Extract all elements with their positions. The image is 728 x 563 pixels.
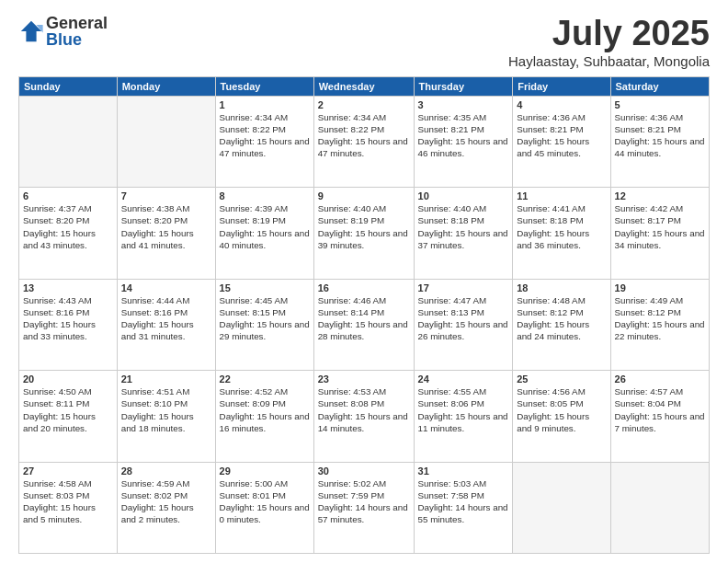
calendar-cell: 27Sunrise: 4:58 AMSunset: 8:03 PMDayligh… bbox=[19, 462, 118, 553]
calendar-cell: 25Sunrise: 4:56 AMSunset: 8:05 PMDayligh… bbox=[513, 371, 610, 462]
sunrise-label: Sunrise: 4:49 AM bbox=[615, 295, 684, 305]
day-info: Sunrise: 4:52 AMSunset: 8:09 PMDaylight:… bbox=[220, 385, 310, 434]
daylight-label: Daylight: 15 hours and 24 minutes. bbox=[517, 319, 589, 341]
sunrise-label: Sunrise: 4:55 AM bbox=[418, 386, 487, 396]
day-info: Sunrise: 4:39 AMSunset: 8:19 PMDaylight:… bbox=[220, 202, 310, 251]
day-number: 17 bbox=[418, 282, 509, 293]
sunrise-label: Sunrise: 4:51 AM bbox=[121, 386, 190, 396]
calendar-cell: 12Sunrise: 4:42 AMSunset: 8:17 PMDayligh… bbox=[610, 188, 709, 279]
day-info: Sunrise: 4:53 AMSunset: 8:08 PMDaylight:… bbox=[318, 385, 410, 434]
day-info: Sunrise: 4:48 AMSunset: 8:12 PMDaylight:… bbox=[517, 294, 606, 343]
logo-text: General Blue bbox=[46, 15, 108, 48]
sunset-label: Sunset: 8:18 PM bbox=[418, 215, 484, 225]
sunrise-label: Sunrise: 4:34 AM bbox=[220, 112, 289, 122]
day-info: Sunrise: 4:46 AMSunset: 8:14 PMDaylight:… bbox=[318, 294, 410, 343]
sunrise-label: Sunrise: 4:36 AM bbox=[517, 112, 586, 122]
day-info: Sunrise: 4:36 AMSunset: 8:21 PMDaylight:… bbox=[615, 111, 705, 160]
calendar-week-3: 13Sunrise: 4:43 AMSunset: 8:16 PMDayligh… bbox=[19, 279, 710, 370]
sunset-label: Sunset: 8:19 PM bbox=[220, 215, 286, 225]
day-info: Sunrise: 4:57 AMSunset: 8:04 PMDaylight:… bbox=[615, 385, 705, 434]
daylight-label: Daylight: 15 hours and 39 minutes. bbox=[318, 228, 408, 250]
sunrise-label: Sunrise: 5:02 AM bbox=[318, 478, 387, 488]
sunset-label: Sunset: 8:09 PM bbox=[220, 398, 286, 408]
daylight-label: Daylight: 15 hours and 33 minutes. bbox=[23, 319, 96, 341]
sunset-label: Sunset: 8:22 PM bbox=[318, 124, 384, 134]
calendar-cell: 30Sunrise: 5:02 AMSunset: 7:59 PMDayligh… bbox=[313, 462, 414, 553]
calendar-cell: 7Sunrise: 4:38 AMSunset: 8:20 PMDaylight… bbox=[117, 188, 215, 279]
daylight-label: Daylight: 15 hours and 41 minutes. bbox=[121, 228, 194, 250]
daylight-label: Daylight: 15 hours and 29 minutes. bbox=[220, 319, 310, 341]
daylight-label: Daylight: 15 hours and 7 minutes. bbox=[615, 411, 705, 433]
day-number: 30 bbox=[318, 465, 410, 477]
sunrise-label: Sunrise: 4:39 AM bbox=[220, 203, 289, 213]
col-wednesday: Wednesday bbox=[313, 76, 414, 96]
calendar-cell: 22Sunrise: 4:52 AMSunset: 8:09 PMDayligh… bbox=[215, 371, 313, 462]
sunset-label: Sunset: 8:19 PM bbox=[318, 215, 384, 225]
day-number: 3 bbox=[418, 99, 509, 110]
day-number: 11 bbox=[517, 190, 606, 201]
sunset-label: Sunset: 8:17 PM bbox=[615, 215, 681, 225]
sunset-label: Sunset: 8:12 PM bbox=[517, 307, 583, 317]
daylight-label: Daylight: 15 hours and 43 minutes. bbox=[23, 228, 96, 250]
sunrise-label: Sunrise: 4:43 AM bbox=[23, 295, 92, 305]
daylight-label: Daylight: 15 hours and 14 minutes. bbox=[318, 411, 408, 433]
sunset-label: Sunset: 8:22 PM bbox=[220, 124, 286, 134]
sunset-label: Sunset: 8:02 PM bbox=[121, 490, 188, 500]
sunrise-label: Sunrise: 4:50 AM bbox=[23, 386, 92, 396]
sunrise-label: Sunrise: 4:42 AM bbox=[615, 203, 684, 213]
day-info: Sunrise: 4:36 AMSunset: 8:21 PMDaylight:… bbox=[517, 111, 606, 160]
daylight-label: Daylight: 15 hours and 34 minutes. bbox=[615, 228, 705, 250]
sunrise-label: Sunrise: 4:36 AM bbox=[615, 112, 684, 122]
sunset-label: Sunset: 8:12 PM bbox=[615, 307, 681, 317]
sunrise-label: Sunrise: 4:48 AM bbox=[517, 295, 586, 305]
daylight-label: Daylight: 14 hours and 57 minutes. bbox=[318, 502, 408, 524]
daylight-label: Daylight: 15 hours and 36 minutes. bbox=[517, 228, 589, 250]
sunrise-label: Sunrise: 4:45 AM bbox=[220, 295, 289, 305]
day-info: Sunrise: 4:34 AMSunset: 8:22 PMDaylight:… bbox=[318, 111, 410, 160]
day-number: 18 bbox=[517, 282, 606, 293]
calendar-cell: 6Sunrise: 4:37 AMSunset: 8:20 PMDaylight… bbox=[19, 188, 118, 279]
sunrise-label: Sunrise: 4:57 AM bbox=[615, 386, 684, 396]
calendar-cell: 1Sunrise: 4:34 AMSunset: 8:22 PMDaylight… bbox=[215, 96, 313, 187]
calendar-cell: 17Sunrise: 4:47 AMSunset: 8:13 PMDayligh… bbox=[414, 279, 513, 370]
logo-icon bbox=[18, 18, 44, 44]
day-number: 14 bbox=[121, 282, 211, 293]
calendar-cell: 13Sunrise: 4:43 AMSunset: 8:16 PMDayligh… bbox=[19, 279, 118, 370]
calendar-cell: 9Sunrise: 4:40 AMSunset: 8:19 PMDaylight… bbox=[313, 188, 414, 279]
daylight-label: Daylight: 15 hours and 20 minutes. bbox=[23, 411, 96, 433]
daylight-label: Daylight: 15 hours and 28 minutes. bbox=[318, 319, 408, 341]
day-info: Sunrise: 4:44 AMSunset: 8:16 PMDaylight:… bbox=[121, 294, 211, 343]
day-info: Sunrise: 4:56 AMSunset: 8:05 PMDaylight:… bbox=[517, 385, 606, 434]
day-number: 9 bbox=[318, 190, 410, 201]
calendar-cell bbox=[19, 96, 118, 187]
col-friday: Friday bbox=[513, 76, 610, 96]
calendar-cell: 23Sunrise: 4:53 AMSunset: 8:08 PMDayligh… bbox=[313, 371, 414, 462]
sunrise-label: Sunrise: 4:41 AM bbox=[517, 203, 586, 213]
calendar-week-2: 6Sunrise: 4:37 AMSunset: 8:20 PMDaylight… bbox=[19, 188, 710, 279]
daylight-label: Daylight: 15 hours and 0 minutes. bbox=[220, 502, 310, 524]
logo-general-text: General bbox=[46, 15, 108, 31]
calendar-cell: 18Sunrise: 4:48 AMSunset: 8:12 PMDayligh… bbox=[513, 279, 610, 370]
calendar-cell bbox=[117, 96, 215, 187]
calendar-cell: 16Sunrise: 4:46 AMSunset: 8:14 PMDayligh… bbox=[313, 279, 414, 370]
day-info: Sunrise: 5:03 AMSunset: 7:58 PMDaylight:… bbox=[418, 477, 509, 526]
sunrise-label: Sunrise: 4:37 AM bbox=[23, 203, 92, 213]
sunset-label: Sunset: 8:11 PM bbox=[23, 398, 89, 408]
sunset-label: Sunset: 8:06 PM bbox=[418, 398, 484, 408]
calendar-cell: 26Sunrise: 4:57 AMSunset: 8:04 PMDayligh… bbox=[610, 371, 709, 462]
sunrise-label: Sunrise: 4:40 AM bbox=[418, 203, 487, 213]
day-info: Sunrise: 4:38 AMSunset: 8:20 PMDaylight:… bbox=[121, 202, 211, 251]
daylight-label: Daylight: 15 hours and 31 minutes. bbox=[121, 319, 194, 341]
sunset-label: Sunset: 8:13 PM bbox=[418, 307, 484, 317]
sunset-label: Sunset: 7:58 PM bbox=[418, 490, 484, 500]
sunrise-label: Sunrise: 5:03 AM bbox=[418, 478, 487, 488]
calendar-cell: 4Sunrise: 4:36 AMSunset: 8:21 PMDaylight… bbox=[513, 96, 610, 187]
daylight-label: Daylight: 15 hours and 9 minutes. bbox=[517, 411, 589, 433]
col-saturday: Saturday bbox=[610, 76, 709, 96]
sunset-label: Sunset: 8:20 PM bbox=[23, 215, 89, 225]
daylight-label: Daylight: 15 hours and 16 minutes. bbox=[220, 411, 310, 433]
calendar-cell: 20Sunrise: 4:50 AMSunset: 8:11 PMDayligh… bbox=[19, 371, 118, 462]
daylight-label: Daylight: 15 hours and 2 minutes. bbox=[121, 502, 194, 524]
calendar-cell: 11Sunrise: 4:41 AMSunset: 8:18 PMDayligh… bbox=[513, 188, 610, 279]
daylight-label: Daylight: 15 hours and 22 minutes. bbox=[615, 319, 705, 341]
